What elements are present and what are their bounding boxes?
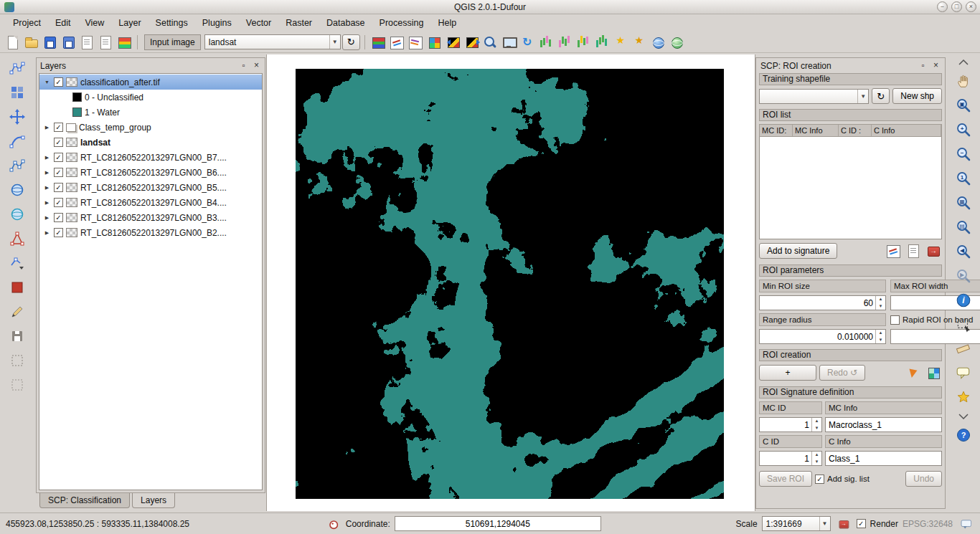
scp-band-set-icon[interactable]	[116, 34, 133, 51]
classification-preview-left-icon[interactable]	[444, 34, 461, 51]
menu-plugins[interactable]: Plugins	[195, 15, 239, 31]
layer-checkbox[interactable]	[54, 168, 63, 177]
layer-checkbox[interactable]	[54, 183, 63, 192]
select-rectangle-icon[interactable]	[8, 351, 27, 370]
menu-project[interactable]: Project	[6, 15, 48, 31]
refresh-input-button[interactable]: ↻	[342, 34, 360, 50]
layer-checkbox[interactable]	[54, 213, 63, 222]
mc-info-input[interactable]	[825, 417, 942, 432]
new-bookmark-icon[interactable]	[954, 388, 973, 407]
expander-icon[interactable]	[43, 185, 51, 191]
layer-checkbox[interactable]	[54, 153, 63, 162]
deselect-all-icon[interactable]	[8, 376, 27, 394]
save-edits-icon[interactable]	[8, 327, 27, 345]
panel-float-icon[interactable]	[918, 61, 928, 70]
spin-down-icon[interactable]	[876, 337, 885, 344]
spectral-signature-plot-icon[interactable]	[388, 34, 405, 51]
roi-histogram-2-icon[interactable]	[556, 34, 573, 51]
zoom-full-icon[interactable]: ▣	[954, 96, 973, 115]
coordinate-input[interactable]	[395, 516, 601, 531]
layer-row[interactable]: Class_temp_group	[39, 120, 262, 135]
zoom-out-icon[interactable]: −	[954, 145, 973, 163]
layer-row[interactable]: RT_LC81260522013297LGN00_B5....	[39, 180, 262, 195]
map-tips-icon[interactable]	[954, 364, 973, 383]
input-image-combo[interactable]: landsat	[204, 34, 341, 49]
tab-scp-classification[interactable]: SCP: Classification	[39, 493, 130, 508]
rgb-color-composite-icon[interactable]	[369, 34, 387, 51]
save-project-icon[interactable]	[41, 34, 58, 51]
menu-vector[interactable]: Vector	[239, 15, 278, 31]
reshape-features-icon[interactable]	[8, 59, 27, 77]
expander-icon[interactable]	[43, 200, 51, 206]
c-id-input[interactable]	[760, 452, 811, 465]
undo-roi-button[interactable]: Undo	[905, 471, 942, 487]
composer-manager-icon[interactable]	[97, 34, 114, 51]
expander-icon[interactable]	[43, 155, 51, 161]
scale-combo[interactable]: 1:391669	[762, 516, 831, 531]
menu-help[interactable]: Help	[430, 15, 463, 31]
min-roi-input[interactable]	[760, 296, 875, 310]
training-shapefile-combo[interactable]	[759, 89, 869, 104]
stop-render-icon[interactable]	[837, 517, 850, 530]
expander-icon[interactable]	[43, 125, 51, 130]
spin-down-icon[interactable]	[812, 459, 821, 466]
menu-settings[interactable]: Settings	[149, 15, 195, 31]
menu-view[interactable]: View	[77, 15, 111, 31]
add-sig-checkbox[interactable]	[815, 475, 824, 484]
map-raster-canvas[interactable]	[296, 69, 724, 499]
c-id-spinbox[interactable]	[759, 451, 822, 466]
move-feature-icon[interactable]	[8, 108, 27, 126]
add-part-icon[interactable]	[8, 83, 27, 102]
layer-checkbox[interactable]	[54, 228, 63, 237]
spin-down-icon[interactable]	[812, 425, 821, 432]
menu-raster[interactable]: Raster	[278, 15, 319, 31]
spin-up-icon[interactable]	[876, 330, 885, 337]
layer-row[interactable]: RT_LC81260522013297LGN00_B2....	[39, 225, 262, 240]
world-overview-2-icon[interactable]	[668, 34, 685, 51]
range-radius-input[interactable]	[760, 330, 875, 343]
zoom-next-icon[interactable]: ▶	[954, 267, 973, 285]
delete-selected-icon[interactable]	[8, 278, 27, 297]
redo-preview-icon[interactable]	[519, 34, 536, 51]
add-to-signature-button[interactable]: Add to signature	[759, 243, 837, 259]
layer-row[interactable]: landsat	[39, 135, 262, 150]
menu-edit[interactable]: Edit	[48, 15, 78, 31]
zoom-actual-icon[interactable]: 1	[954, 169, 973, 188]
classification-preview-right-icon[interactable]	[463, 34, 480, 51]
minimize-button[interactable]: −	[937, 1, 948, 12]
html-annotation-icon[interactable]	[8, 205, 27, 224]
expander-icon[interactable]	[43, 170, 51, 176]
mc-id-input[interactable]	[760, 418, 811, 432]
expander-icon[interactable]	[43, 230, 51, 236]
layer-row[interactable]: classification_after.tif	[39, 75, 262, 90]
help-contents-icon[interactable]: ?	[954, 426, 973, 444]
toggle-editing-icon[interactable]	[8, 302, 27, 321]
save-roi-button[interactable]: Save ROI	[759, 471, 812, 487]
layer-checkbox[interactable]	[54, 138, 63, 147]
roi-histogram-1-icon[interactable]	[537, 34, 555, 51]
spin-up-icon[interactable]	[812, 418, 821, 425]
tab-layers[interactable]: Layers	[132, 493, 175, 508]
annotation-menu-icon[interactable]	[8, 254, 27, 272]
open-project-icon[interactable]	[22, 34, 39, 51]
spin-down-icon[interactable]	[876, 303, 885, 310]
panel-close-icon[interactable]	[931, 61, 941, 70]
new-project-icon[interactable]	[4, 34, 21, 51]
refresh-training-button[interactable]: ↻	[872, 88, 890, 104]
show-preview-icon[interactable]	[500, 34, 517, 51]
toolbar-scroll-up-icon[interactable]	[954, 59, 973, 66]
scatter-plot-icon[interactable]	[407, 34, 424, 51]
sun-correction-2-icon[interactable]	[631, 34, 648, 51]
node-tool-icon[interactable]	[8, 229, 27, 248]
zoom-to-selection-icon[interactable]: ▦	[954, 194, 973, 212]
spin-up-icon[interactable]	[876, 296, 885, 303]
redo-roi-button[interactable]: Redo ↺	[819, 365, 865, 381]
sun-correction-1-icon[interactable]	[612, 34, 629, 51]
layer-checkbox[interactable]	[54, 123, 63, 132]
zoom-last-icon[interactable]: ◀	[954, 242, 973, 261]
zoom-to-layer-icon[interactable]: ▤	[954, 218, 973, 237]
maximize-button[interactable]: □	[951, 1, 962, 12]
menu-layer[interactable]: Layer	[111, 15, 148, 31]
coordinate-capture-icon[interactable]	[326, 517, 339, 530]
layer-row[interactable]: 1 - Water	[39, 105, 262, 120]
